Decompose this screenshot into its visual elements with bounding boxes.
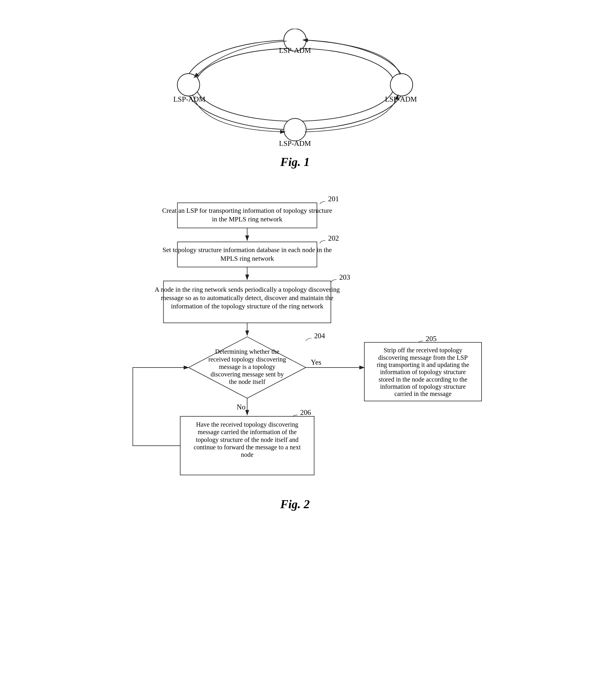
svg-text:LSP-ADM: LSP-ADM xyxy=(279,139,311,147)
svg-text:discovering message from the L: discovering message from the LSP xyxy=(378,354,468,361)
svg-text:203: 203 xyxy=(339,273,350,281)
svg-text:information of the topology st: information of the topology structure of… xyxy=(171,302,324,310)
fig1-diagram: LSP-ADM LSP-ADM LSP-ADM LSP-ADM xyxy=(166,29,424,149)
fig1-caption: Fig. 1 xyxy=(280,155,310,169)
svg-text:LSP-ADM: LSP-ADM xyxy=(173,95,205,103)
svg-text:MPLS ring network: MPLS ring network xyxy=(220,255,274,262)
svg-text:A node in the ring network sen: A node in the ring network sends periodi… xyxy=(155,286,340,293)
svg-text:continue to forward the messag: continue to forward the message to a nex… xyxy=(194,444,301,451)
svg-text:in the MPLS ring network: in the MPLS ring network xyxy=(212,215,282,223)
svg-text:LSP-ADM: LSP-ADM xyxy=(279,46,311,54)
svg-text:Yes: Yes xyxy=(311,358,321,366)
fig2-diagram: 201 Creat an LSP for transporting inform… xyxy=(66,186,524,489)
svg-point-3 xyxy=(177,74,200,96)
svg-point-1 xyxy=(195,48,394,121)
svg-text:205: 205 xyxy=(426,335,437,343)
svg-text:LSP-ADM: LSP-ADM xyxy=(385,95,417,103)
svg-text:204: 204 xyxy=(314,332,325,340)
svg-point-0 xyxy=(186,40,404,130)
svg-text:message is a topology: message is a topology xyxy=(219,363,276,370)
svg-text:message so as to automatically: message so as to automatically detect, d… xyxy=(161,294,333,301)
svg-text:topology structure of the node: topology structure of the node itself an… xyxy=(196,436,298,443)
svg-text:Have the received topology dis: Have the received topology discovering xyxy=(196,421,298,428)
svg-text:carried in the message: carried in the message xyxy=(394,390,452,398)
svg-text:information of topology struct: information of topology structure xyxy=(380,383,466,390)
svg-text:Creat an LSP for transporting : Creat an LSP for transporting informatio… xyxy=(162,207,332,214)
svg-text:No: No xyxy=(236,403,245,411)
svg-text:Set topology structure informa: Set topology structure information datab… xyxy=(163,246,332,254)
svg-text:202: 202 xyxy=(328,234,339,242)
svg-text:206: 206 xyxy=(300,408,311,416)
svg-text:message carried the informatio: message carried the information of the xyxy=(198,428,297,436)
svg-text:the node itself: the node itself xyxy=(229,378,266,385)
svg-text:Strip off the received topolog: Strip off the received topology xyxy=(384,347,463,354)
svg-text:201: 201 xyxy=(328,195,339,203)
svg-text:Determining whether the: Determining whether the xyxy=(215,348,280,355)
svg-point-2 xyxy=(284,29,306,51)
page: LSP-ADM LSP-ADM LSP-ADM LSP-ADM Fig. 1 2… xyxy=(0,0,590,700)
svg-text:information of topology struct: information of topology structure xyxy=(380,368,466,375)
svg-text:node: node xyxy=(241,451,254,458)
svg-point-5 xyxy=(284,118,306,141)
svg-point-4 xyxy=(390,74,413,96)
fig2-caption: Fig. 2 xyxy=(280,497,310,511)
svg-text:discovering message sent by: discovering message sent by xyxy=(211,371,284,378)
svg-text:stored in the node according t: stored in the node according to the xyxy=(379,376,467,383)
svg-text:ring transporting it and updat: ring transporting it and updating the xyxy=(377,361,469,368)
svg-text:received topology discovering: received topology discovering xyxy=(208,356,286,363)
